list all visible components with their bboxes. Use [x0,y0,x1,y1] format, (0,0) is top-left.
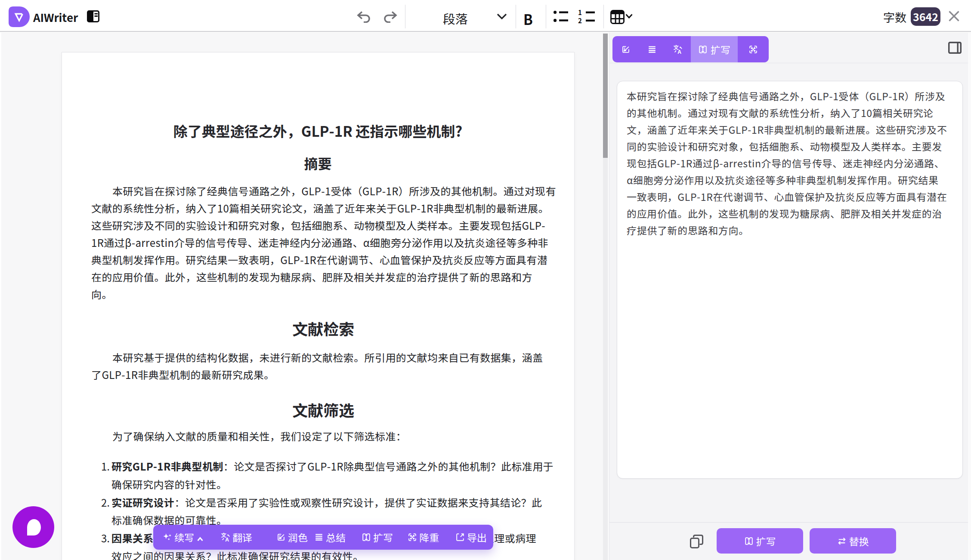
svg-text:A: A [677,47,682,54]
svg-text:A: A [225,535,229,542]
svg-text:2: 2 [578,16,582,24]
